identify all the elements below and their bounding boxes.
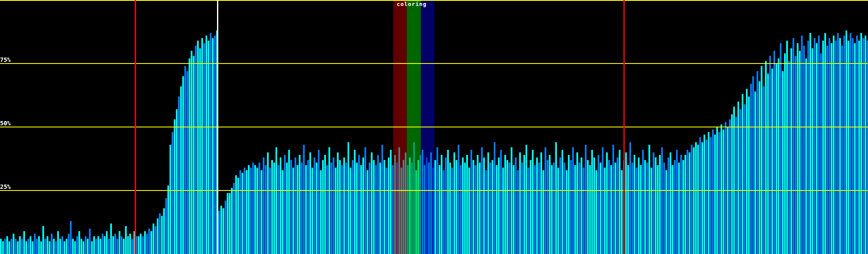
performance-graph: coloring 75%50%25%: [0, 0, 868, 254]
axis-label-50: 50%: [0, 120, 11, 126]
labels-layer: coloring 75%50%25%: [0, 0, 868, 254]
axis-label-25: 25%: [0, 184, 11, 190]
coloring-annotation: coloring: [397, 1, 427, 7]
axis-label-75: 75%: [0, 57, 11, 63]
